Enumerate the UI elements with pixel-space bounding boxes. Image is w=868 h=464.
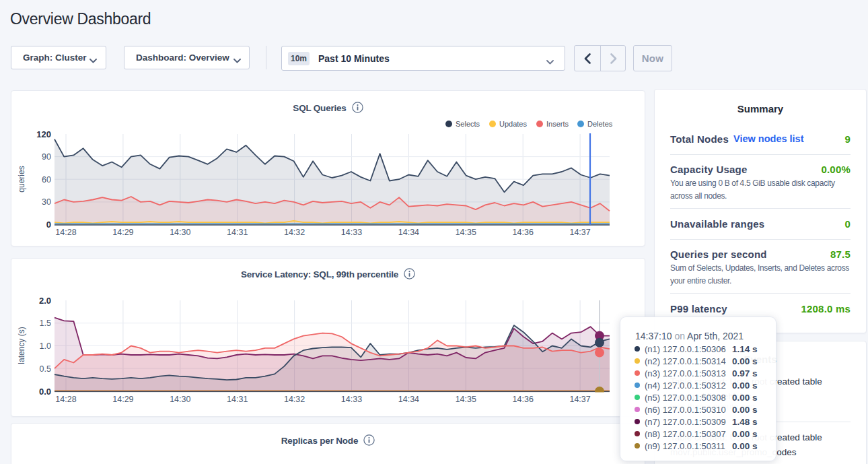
svg-text:14:35: 14:35 xyxy=(456,395,476,404)
svg-text:1.0: 1.0 xyxy=(40,341,51,351)
svg-text:14:29: 14:29 xyxy=(112,228,133,237)
svg-text:60: 60 xyxy=(42,175,51,185)
svg-text:14:36: 14:36 xyxy=(513,228,534,237)
svg-text:1.5: 1.5 xyxy=(40,319,51,328)
svg-text:90: 90 xyxy=(42,152,51,162)
svg-text:120: 120 xyxy=(36,129,51,139)
svg-text:14:28: 14:28 xyxy=(55,228,76,237)
svg-text:Updates: Updates xyxy=(499,120,527,128)
svg-text:14:33: 14:33 xyxy=(341,228,362,237)
svg-text:14:33: 14:33 xyxy=(341,395,362,404)
svg-text:14:31: 14:31 xyxy=(227,228,248,237)
svg-text:14:29: 14:29 xyxy=(112,395,133,404)
svg-text:0: 0 xyxy=(46,220,51,230)
svg-text:14:34: 14:34 xyxy=(398,228,419,237)
svg-text:0.5: 0.5 xyxy=(40,364,51,374)
svg-text:14:32: 14:32 xyxy=(284,228,305,237)
svg-text:queries: queries xyxy=(17,166,26,192)
svg-text:14:35: 14:35 xyxy=(456,228,476,237)
svg-text:14:28: 14:28 xyxy=(55,395,76,404)
svg-text:latency (s): latency (s) xyxy=(17,327,26,364)
svg-text:2.0: 2.0 xyxy=(39,296,51,306)
svg-text:Deletes: Deletes xyxy=(587,120,613,128)
svg-text:14:32: 14:32 xyxy=(284,395,305,404)
svg-text:14:36: 14:36 xyxy=(513,395,534,404)
svg-text:14:30: 14:30 xyxy=(170,228,190,237)
svg-text:30: 30 xyxy=(42,197,51,207)
svg-text:14:31: 14:31 xyxy=(227,395,248,404)
svg-text:Selects: Selects xyxy=(456,120,480,128)
svg-text:14:30: 14:30 xyxy=(170,395,190,404)
svg-text:14:37: 14:37 xyxy=(569,228,590,237)
svg-text:14:34: 14:34 xyxy=(398,395,419,404)
svg-text:14:37: 14:37 xyxy=(569,395,590,404)
svg-text:0.0: 0.0 xyxy=(39,387,51,397)
svg-text:Inserts: Inserts xyxy=(546,120,569,128)
